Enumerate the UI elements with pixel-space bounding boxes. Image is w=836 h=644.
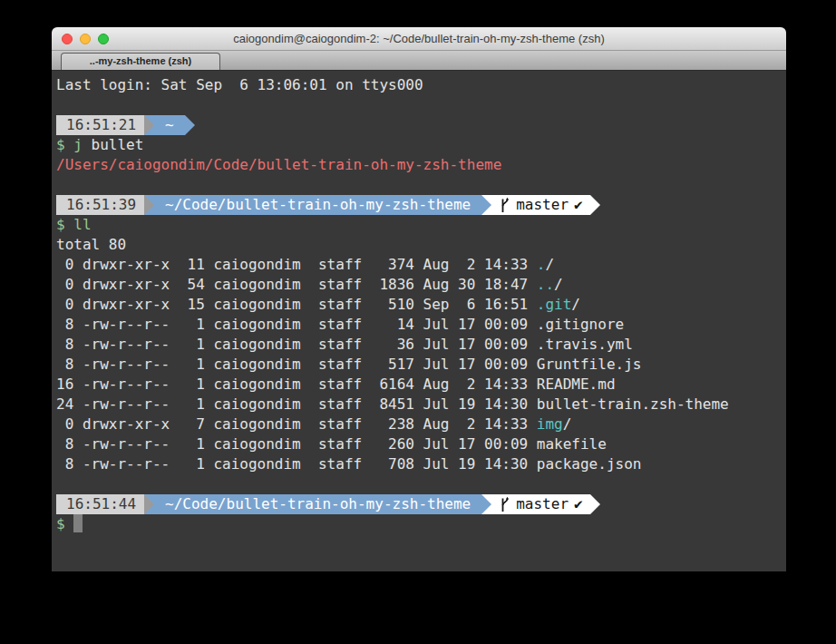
branch-icon: [499, 197, 510, 214]
prompt-line: 16:51:21~: [56, 115, 783, 135]
listing-row: 0 drwxr-xr-x 15 caiogondim staff 510 Sep…: [56, 295, 783, 315]
listing-row: 0 drwxr-xr-x 54 caiogondim staff 1836 Au…: [56, 275, 783, 295]
file-name: Gruntfile.js: [537, 356, 642, 373]
powerline-arrow-icon: [590, 494, 600, 514]
listing-row: 8 -rw-r--r-- 1 caiogondim staff 260 Jul …: [56, 434, 783, 454]
file-name: README.md: [537, 376, 616, 393]
file-name: bullet-train.zsh-theme: [537, 395, 729, 413]
listing-row: 8 -rw-r--r-- 1 caiogondim staff 517 Jul …: [56, 355, 783, 375]
prompt-path-segment: ~/Code/bullet-train-oh-my-zsh-theme: [154, 195, 481, 215]
file-name: package.json: [537, 455, 642, 473]
listing-row: 8 -rw-r--r-- 1 caiogondim staff 36 Jul 1…: [56, 335, 783, 355]
branch-icon: [499, 496, 510, 513]
blank-line: [56, 95, 783, 115]
directory-name: .git: [537, 296, 572, 313]
powerline-arrow-icon: [144, 494, 154, 514]
prompt-path-segment: ~: [154, 115, 185, 135]
listing-row: 0 drwxr-xr-x 11 caiogondim staff 374 Aug…: [56, 255, 783, 275]
blank-line: [56, 474, 783, 494]
terminal-output[interactable]: Last login: Sat Sep 6 13:06:01 on ttys00…: [52, 71, 786, 571]
command-line: $: [56, 514, 783, 534]
file-name: makefile: [537, 435, 607, 453]
prompt-line: 16:51:39~/Code/bullet-train-oh-my-zsh-th…: [56, 195, 783, 215]
checkmark-icon: ✔: [574, 494, 583, 514]
command-line: $ ll: [56, 215, 783, 235]
directory-name: .: [537, 256, 546, 273]
zoom-button[interactable]: [98, 34, 109, 44]
listing-row: 24 -rw-r--r-- 1 caiogondim staff 8451 Ju…: [56, 395, 783, 415]
prompt-time-segment: 16:51:39: [56, 195, 144, 215]
listing-row: 8 -rw-r--r-- 1 caiogondim staff 14 Jul 1…: [56, 315, 783, 335]
block-cursor: [73, 514, 83, 532]
listing-row: 16 -rw-r--r-- 1 caiogondim staff 6164 Au…: [56, 375, 783, 395]
prompt-time-segment: 16:51:21: [56, 115, 144, 135]
git-branch-name: master: [516, 195, 569, 215]
powerline-arrow-icon: [144, 115, 154, 135]
command-line: $ j bullet: [56, 135, 783, 155]
title-bar[interactable]: caiogondim@caiogondim-2: ~/Code/bullet-t…: [52, 27, 786, 51]
tab-my-zsh-theme[interactable]: ..-my-zsh-theme (zsh): [61, 53, 220, 70]
directory-name: ..: [537, 276, 554, 293]
tab-bar: ..-my-zsh-theme (zsh): [52, 51, 786, 71]
prompt-git-segment: master✔: [491, 195, 589, 215]
file-name: .gitignore: [537, 316, 624, 333]
powerline-arrow-icon: [481, 195, 491, 215]
prompt-time-segment: 16:51:44: [56, 494, 144, 514]
prompt-git-segment: master✔: [491, 494, 589, 514]
checkmark-icon: ✔: [574, 195, 583, 215]
last-login-line: Last login: Sat Sep 6 13:06:01 on ttys00…: [56, 75, 783, 95]
prompt-line: 16:51:44~/Code/bullet-train-oh-my-zsh-th…: [56, 494, 783, 514]
listing-row: 0 drwxr-xr-x 7 caiogondim staff 238 Aug …: [56, 415, 783, 434]
close-button[interactable]: [62, 34, 73, 44]
powerline-arrow-icon: [481, 494, 491, 514]
listing-total-line: total 80: [56, 235, 783, 255]
terminal-window: caiogondim@caiogondim-2: ~/Code/bullet-t…: [52, 27, 786, 571]
minimize-button[interactable]: [80, 34, 91, 44]
powerline-arrow-icon: [185, 115, 195, 135]
powerline-arrow-icon: [590, 195, 600, 215]
blank-line: [56, 175, 783, 195]
file-name: .travis.yml: [537, 336, 633, 353]
git-branch-name: master: [516, 494, 569, 514]
window-title: caiogondim@caiogondim-2: ~/Code/bullet-t…: [52, 27, 786, 50]
listing-row: 8 -rw-r--r-- 1 caiogondim staff 708 Jul …: [56, 454, 783, 474]
prompt-path-segment: ~/Code/bullet-train-oh-my-zsh-theme: [154, 494, 481, 514]
directory-name: img: [537, 415, 563, 433]
powerline-arrow-icon: [144, 195, 154, 215]
command-output-line: /Users/caiogondim/Code/bullet-train-oh-m…: [56, 155, 783, 175]
